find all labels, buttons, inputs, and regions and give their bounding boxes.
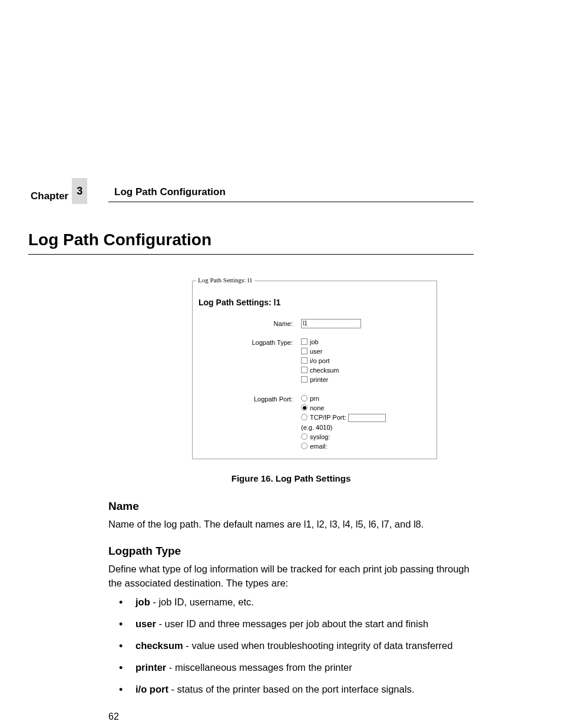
logpath-type-label: Logpath Type: (199, 338, 301, 346)
checkbox-icon (301, 376, 308, 383)
checkbox-icon (301, 357, 308, 364)
checkbox-job[interactable]: job (301, 338, 431, 346)
radio-icon (301, 433, 308, 440)
checkbox-icon (301, 348, 308, 354)
logpath-type-heading: Logpath Type (108, 545, 474, 558)
page-header: Chapter 3 Log Path Configuration (108, 186, 474, 202)
desc: - user ID and three messages per job abo… (156, 618, 428, 629)
main-heading: Log Path Configuration (28, 230, 474, 255)
checkbox-label: user (310, 348, 322, 355)
logpath-port-row: Logpath Port: prn none TCP/IP Port: (e.g… (199, 394, 431, 452)
term: job (135, 597, 150, 607)
log-path-settings-figure: Log Path Settings: l1 Log Path Settings:… (192, 281, 437, 459)
logpath-type-intro: Define what type of log information will… (108, 562, 474, 591)
checkbox-label: printer (310, 376, 328, 383)
name-heading: Name (108, 500, 474, 513)
radio-tcpip[interactable]: TCP/IP Port: (301, 413, 431, 422)
tcpip-port-input[interactable] (348, 414, 386, 422)
radio-icon (301, 404, 308, 411)
term: user (135, 618, 156, 629)
desc: - miscellaneous messages from the printe… (166, 662, 352, 673)
checkbox-icon (301, 367, 308, 373)
name-label: Name: (199, 319, 301, 327)
term: i/o port (135, 684, 168, 694)
radio-label: TCP/IP Port: (310, 414, 346, 421)
radio-icon (301, 414, 308, 420)
list-item: user - user ID and three messages per jo… (126, 617, 474, 631)
name-input[interactable]: l1 (301, 319, 361, 328)
logpath-type-row: Logpath Type: job user i/o port checksum… (199, 338, 431, 385)
header-section-title: Log Path Configuration (108, 186, 226, 198)
figure-subtitle: Log Path Settings: l1 (199, 298, 431, 307)
list-item: printer - miscellaneous messages from th… (126, 661, 474, 674)
desc: - status of the printer based on the por… (168, 684, 414, 694)
chapter-number: 3 (72, 178, 87, 204)
checkbox-label: job (310, 338, 319, 345)
list-item: job - job ID, username, etc. (126, 595, 474, 609)
checkbox-label: i/o port (310, 357, 330, 364)
radio-label: none (310, 404, 324, 411)
logpath-port-label: Logpath Port: (199, 394, 301, 403)
desc: - job ID, username, etc. (150, 597, 254, 607)
tcpip-hint: (e.g. 4010) (301, 423, 431, 431)
radio-icon (301, 395, 308, 401)
list-item: checksum - value used when troubleshooti… (126, 639, 474, 653)
radio-none[interactable]: none (301, 404, 431, 412)
chapter-label: Chapter 3 (31, 185, 87, 211)
radio-label: prn (310, 395, 319, 402)
desc: - value used when troubleshooting integr… (183, 640, 453, 651)
radio-label: syslog: (310, 433, 330, 440)
radio-icon (301, 443, 308, 449)
checkbox-user[interactable]: user (301, 347, 431, 355)
term: printer (135, 662, 166, 673)
page-number: 62 (108, 711, 119, 722)
figure-caption: Figure 16. Log Path Settings (108, 473, 474, 483)
checkbox-checksum[interactable]: checksum (301, 366, 431, 374)
name-row: Name: l1 (199, 319, 431, 328)
checkbox-icon (301, 338, 308, 345)
radio-label: email: (310, 443, 327, 450)
name-body: Name of the log path. The default names … (108, 518, 474, 532)
figure-legend: Log Path Settings: l1 (196, 276, 254, 284)
list-item: i/o port - status of the printer based o… (126, 683, 474, 696)
radio-prn[interactable]: prn (301, 394, 431, 403)
checkbox-label: checksum (310, 367, 339, 374)
checkbox-printer[interactable]: printer (301, 375, 431, 384)
radio-email[interactable]: email: (301, 442, 431, 450)
radio-syslog[interactable]: syslog: (301, 433, 431, 441)
checkbox-ioport[interactable]: i/o port (301, 357, 431, 365)
chapter-word: Chapter (31, 185, 72, 211)
logpath-type-list: job - job ID, username, etc. user - user… (108, 595, 474, 696)
term: checksum (135, 640, 183, 651)
